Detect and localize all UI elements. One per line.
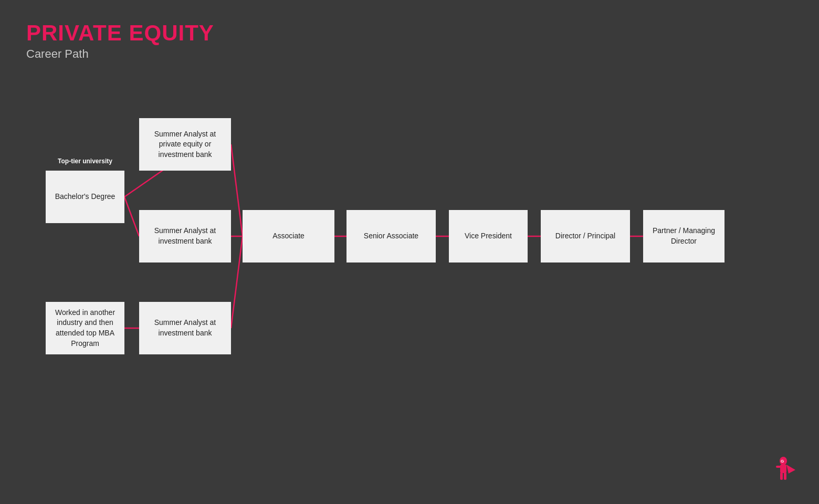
diagram-area: Bachelor's Degree Top-tier university Su…	[16, 94, 803, 399]
svg-line-5	[231, 236, 243, 328]
page-subtitle: Career Path	[26, 47, 214, 61]
summer-analyst-ib2-box: Summer Analyst at investment bank	[139, 302, 231, 354]
summer-analyst-ib2-label: Summer Analyst at investment bank	[144, 318, 226, 338]
associate-box: Associate	[243, 210, 334, 262]
senior-associate-label: Senior Associate	[364, 231, 418, 242]
vice-president-box: Vice President	[449, 210, 528, 262]
logo-icon: G	[766, 452, 803, 488]
associate-label: Associate	[272, 231, 304, 242]
svg-rect-15	[776, 466, 781, 468]
svg-text:G: G	[781, 459, 784, 464]
header: PRIVATE EQUITY Career Path	[26, 21, 214, 61]
svg-rect-12	[780, 472, 783, 480]
svg-rect-13	[784, 472, 786, 480]
worked-industry-box: Worked in another industry and then atte…	[46, 302, 124, 354]
summer-analyst-ib-label: Summer Analyst at investment bank	[144, 226, 226, 246]
bachelors-box: Bachelor's Degree	[46, 171, 124, 223]
summer-analyst-ib-box: Summer Analyst at investment bank	[139, 210, 231, 262]
svg-line-2	[231, 144, 243, 236]
vice-president-label: Vice President	[465, 231, 512, 242]
director-principal-label: Director / Principal	[555, 231, 615, 242]
partner-managing-director-box: Partner / Managing Director	[643, 210, 724, 262]
worked-industry-label: Worked in another industry and then atte…	[51, 308, 119, 349]
senior-associate-box: Senior Associate	[346, 210, 436, 262]
top-tier-label: Top-tier university	[46, 158, 124, 165]
page-title: PRIVATE EQUITY	[26, 21, 214, 45]
director-principal-box: Director / Principal	[541, 210, 630, 262]
summer-analyst-pe-label: Summer Analyst at private equity or inve…	[144, 129, 226, 160]
bachelors-label: Bachelor's Degree	[55, 192, 116, 202]
svg-line-1	[124, 197, 139, 236]
partner-managing-director-label: Partner / Managing Director	[648, 226, 719, 246]
logo-area: G	[766, 452, 803, 488]
svg-marker-14	[786, 465, 795, 474]
summer-analyst-pe-box: Summer Analyst at private equity or inve…	[139, 118, 231, 171]
svg-rect-11	[780, 465, 786, 473]
